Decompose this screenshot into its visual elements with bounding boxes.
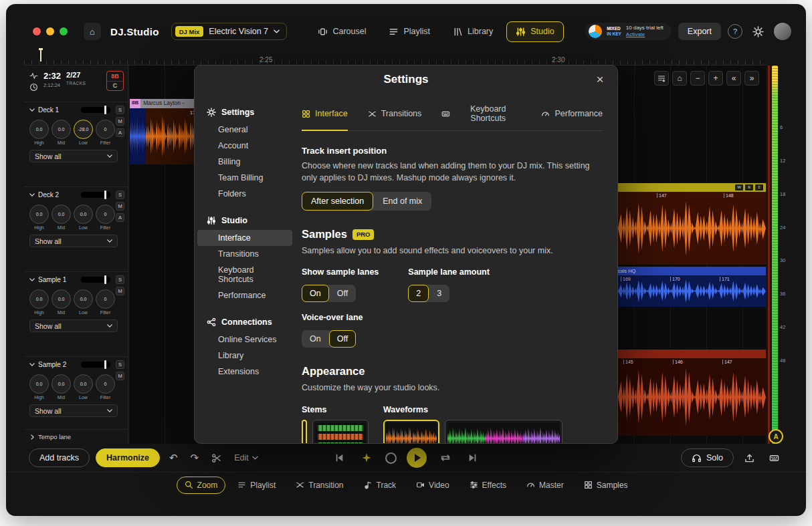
activate-link[interactable]: Activate (626, 31, 645, 37)
tempo-lane-toggle[interactable]: Tempo lane (24, 429, 128, 444)
nav-item-interface[interactable]: Interface (197, 230, 292, 246)
waveform-option-stem-colored[interactable] (445, 420, 563, 444)
nav-item-general[interactable]: General (197, 122, 292, 138)
solo-button[interactable]: S (116, 106, 124, 114)
low-knob[interactable]: 0.0 (74, 205, 93, 224)
waveform-option-classic[interactable] (383, 420, 439, 444)
stems-icon[interactable]: ≋ (745, 184, 753, 190)
autopilot-button[interactable]: A (769, 429, 783, 444)
upload-button[interactable] (741, 451, 758, 465)
nav-item-team-billing[interactable]: Team Billing (197, 170, 292, 186)
redo-button[interactable]: ↷ (187, 450, 203, 466)
volume-fader[interactable] (81, 362, 110, 368)
mid-knob[interactable]: 0.0 (52, 289, 71, 309)
clip-header[interactable] (618, 350, 766, 358)
nav-item-library[interactable]: Library (197, 348, 292, 364)
harmonize-button[interactable]: Harmonize (96, 448, 160, 467)
track-clip-marcus-layton[interactable]: 8B Marcus Layton - 173 (130, 99, 201, 164)
nav-playlist[interactable]: Playlist (379, 21, 439, 42)
volume-fader[interactable] (81, 192, 110, 198)
off-option[interactable]: Off (329, 285, 356, 302)
low-knob[interactable]: -28.0 (74, 120, 93, 139)
export-button[interactable]: Export (678, 23, 721, 40)
mid-knob[interactable]: 0.0 (52, 205, 71, 224)
high-knob[interactable]: 0.0 (29, 120, 49, 139)
help-button[interactable]: ? (728, 24, 742, 39)
chevron-down-icon[interactable] (29, 193, 35, 196)
show-all-select[interactable]: Show all (29, 319, 118, 332)
timeline-ruler[interactable]: 2:25 2:30 (24, 45, 766, 65)
high-knob[interactable]: 0.0 (29, 289, 49, 309)
show-all-select[interactable]: Show all (29, 235, 118, 247)
tab-interface[interactable]: Interface (302, 104, 348, 131)
mute-button[interactable]: M (116, 372, 124, 380)
nav-item-billing[interactable]: Billing (197, 154, 292, 170)
high-knob[interactable]: 0.0 (29, 374, 49, 394)
waveform-view-icon[interactable]: W (735, 184, 743, 190)
nav-carousel[interactable]: Carousel (308, 21, 375, 42)
add-tracks-button[interactable]: Add tracks (29, 448, 90, 467)
nav-item-account[interactable]: Account (197, 138, 292, 154)
chevron-down-icon[interactable] (29, 363, 35, 366)
filter-knob[interactable]: 0 (96, 205, 115, 224)
nav-item-online-services[interactable]: Online Services (197, 332, 292, 348)
shortcuts-button[interactable] (765, 451, 783, 465)
off-option[interactable]: Off (329, 330, 356, 348)
track-clip-vocals[interactable]: Vocals HQ 169 170 171 (618, 267, 766, 307)
on-option[interactable]: On (302, 330, 329, 348)
tab-video[interactable]: Video (408, 477, 457, 494)
automix-button[interactable] (358, 450, 375, 465)
track-clip-red[interactable]: 145 146 147 (618, 350, 766, 436)
clip-header[interactable]: W ≋ ≡ (618, 183, 766, 192)
automation-button[interactable]: A (116, 213, 124, 222)
mid-knob[interactable]: 0.0 (52, 374, 71, 394)
low-knob[interactable]: 0.0 (74, 289, 93, 309)
solo-button[interactable]: S (116, 190, 124, 199)
amount-3-option[interactable]: 3 (429, 285, 449, 302)
tab-playlist[interactable]: Playlist (229, 477, 284, 494)
track-clip-selected[interactable]: W ≋ ≡ 147 148 (618, 183, 766, 265)
end-of-mix-option[interactable]: End of mix (373, 192, 431, 211)
close-window-button[interactable] (33, 27, 41, 35)
tab-track[interactable]: Track (356, 477, 405, 494)
tab-samples[interactable]: Samples (576, 477, 636, 494)
chevron-down-icon[interactable] (29, 278, 35, 281)
user-avatar[interactable] (774, 23, 791, 40)
mix-selector[interactable]: DJ Mix Electric Vision 7 (171, 23, 287, 40)
solo-button[interactable]: S (116, 360, 124, 369)
play-button[interactable] (407, 448, 427, 468)
mute-button[interactable]: M (116, 117, 124, 126)
automation-button[interactable]: A (116, 128, 124, 137)
close-button[interactable]: × (592, 72, 608, 88)
on-option[interactable]: On (302, 285, 329, 302)
clip-header[interactable]: Vocals HQ (618, 267, 766, 275)
amount-2-option[interactable]: 2 (408, 285, 429, 302)
mute-button[interactable]: M (116, 202, 124, 211)
previous-track-button[interactable] (331, 451, 348, 465)
next-track-button[interactable] (464, 451, 481, 465)
tab-transition[interactable]: Transition (288, 477, 351, 494)
low-knob[interactable]: 0.0 (74, 374, 93, 394)
edit-menu[interactable]: Edit (231, 451, 262, 465)
mute-button[interactable]: M (116, 287, 124, 295)
nav-item-folders[interactable]: Folders (197, 186, 292, 202)
clip-menu-icon[interactable]: ≡ (755, 184, 763, 190)
mid-knob[interactable]: 0.0 (52, 120, 71, 139)
settings-button[interactable] (749, 24, 767, 39)
solo-button[interactable]: S (116, 275, 124, 284)
filter-knob[interactable]: 0 (96, 374, 115, 394)
loop-button[interactable] (437, 451, 454, 465)
nav-library[interactable]: Library (443, 21, 502, 42)
nav-item-keyboard-shortcuts[interactable]: Keyboard Shortcuts (197, 262, 292, 287)
nav-item-transitions[interactable]: Transitions (197, 246, 292, 262)
playhead-marker[interactable] (40, 48, 41, 61)
volume-fader[interactable] (81, 107, 110, 113)
solo-button-master[interactable]: Solo (681, 448, 734, 467)
nav-item-extensions[interactable]: Extensions (197, 364, 292, 380)
record-button[interactable] (385, 452, 397, 464)
stems-option-1[interactable] (302, 420, 307, 444)
nav-studio[interactable]: Studio (506, 21, 563, 42)
stems-option-2[interactable] (312, 420, 369, 444)
tab-master[interactable]: Master (518, 477, 572, 494)
chevron-down-icon[interactable] (29, 108, 35, 112)
